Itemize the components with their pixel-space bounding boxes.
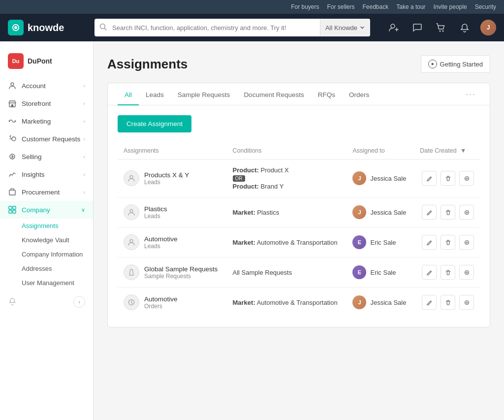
topbar-take-a-tour[interactable]: Take a tour [396, 3, 425, 10]
svg-point-3 [391, 24, 395, 28]
svg-point-25 [465, 210, 469, 214]
col-date-created[interactable]: Date Created ▼ [414, 142, 480, 160]
topbar-invite-people[interactable]: Invite people [434, 3, 467, 10]
cart-icon[interactable] [433, 20, 449, 35]
tab-sample-requests[interactable]: Sample Requests [171, 83, 237, 105]
notification-icon[interactable] [457, 20, 472, 35]
svg-point-35 [466, 272, 468, 273]
tab-orders[interactable]: Orders [342, 83, 376, 105]
sidebar-item-procurement[interactable]: Procurement › [0, 183, 93, 201]
svg-point-28 [465, 240, 469, 244]
assignee-name: Jessica Sale [370, 209, 406, 216]
company-name: DuPont [28, 57, 52, 65]
tab-leads[interactable]: Leads [139, 83, 171, 105]
selling-icon [8, 152, 17, 161]
assignee-avatar: J [352, 295, 366, 309]
chevron-icon: › [83, 189, 85, 195]
page-header: Assignments Getting Started [107, 55, 490, 73]
search-input[interactable] [112, 19, 320, 36]
topbar-for-buyers[interactable]: For buyers [291, 3, 319, 10]
svg-rect-16 [9, 206, 12, 209]
edit-button[interactable] [422, 265, 437, 280]
svg-point-8 [11, 83, 14, 86]
col-conditions: Conditions [227, 142, 347, 160]
sidebar-label-account: Account [22, 82, 46, 90]
layout: Du DuPont Account › Storefront › [0, 41, 504, 420]
assignment-type: Leads [144, 179, 189, 186]
view-button[interactable] [459, 171, 474, 186]
table-row: Global Sample Requests Sample Requests A… [118, 258, 480, 288]
sidebar-item-selling[interactable]: Selling › [0, 148, 93, 165]
svg-rect-15 [9, 190, 15, 195]
bell-icon[interactable] [8, 297, 17, 307]
view-button[interactable] [459, 295, 474, 310]
tabs-more-button[interactable]: ··· [462, 85, 480, 103]
chat-icon[interactable] [410, 20, 425, 35]
sidebar-item-storefront[interactable]: Storefront › [0, 95, 93, 112]
tab-all[interactable]: All [118, 83, 139, 105]
svg-point-7 [442, 31, 444, 32]
play-icon [428, 60, 437, 68]
assignee-avatar: J [352, 171, 366, 185]
sidebar-item-company[interactable]: Company ∨ [0, 201, 93, 219]
user-avatar[interactable]: J [480, 20, 496, 35]
sidebar-sub-item-company-information[interactable]: Company Information [22, 247, 93, 261]
svg-rect-18 [9, 210, 12, 213]
search-scope-dropdown[interactable]: All Knowde [320, 19, 370, 36]
assignment-cell: Plastics Leads [124, 204, 221, 220]
topbar-for-sellers[interactable]: For sellers [327, 3, 354, 10]
edit-button[interactable] [422, 235, 437, 250]
assignment-name: Global Sample Requests [144, 265, 218, 273]
assignment-icon [124, 170, 139, 186]
sidebar-item-account[interactable]: Account › [0, 77, 93, 95]
svg-point-6 [440, 31, 441, 32]
delete-button[interactable] [441, 205, 455, 220]
sidebar-sub-item-assignments[interactable]: Assignments [22, 219, 93, 233]
sidebar-sub-item-knowledge-vault[interactable]: Knowledge Vault [22, 233, 93, 247]
assignment-cell: Automotive Orders [124, 294, 221, 310]
sidebar-item-customer-requests[interactable]: Customer Requests › [0, 130, 93, 148]
getting-started-button[interactable]: Getting Started [421, 55, 490, 73]
sidebar-label-selling: Selling [22, 153, 42, 161]
view-button[interactable] [459, 205, 474, 220]
delete-button[interactable] [441, 235, 455, 250]
assignment-icon [124, 294, 139, 310]
delete-button[interactable] [441, 171, 455, 186]
sidebar-item-marketing[interactable]: Marketing › [0, 112, 93, 130]
assignee-cell: J Jessica Sale [352, 171, 408, 185]
storefront-icon [8, 99, 17, 108]
topbar-security[interactable]: Security [475, 3, 496, 10]
assignment-icon [124, 264, 139, 280]
search-bar: All Knowde [94, 19, 370, 36]
topbar-feedback[interactable]: Feedback [363, 3, 389, 10]
sidebar-sub-item-user-management[interactable]: User Management [22, 276, 93, 290]
add-person-icon[interactable] [386, 20, 402, 35]
svg-point-27 [130, 240, 133, 243]
account-icon [8, 81, 17, 90]
view-button[interactable] [459, 265, 474, 280]
create-assignment-button[interactable]: Create Assignment [118, 115, 191, 132]
assignment-type: Orders [144, 303, 178, 310]
assignee-cell: E Eric Sale [352, 265, 408, 279]
sidebar-sub-item-addresses[interactable]: Addresses [22, 261, 93, 276]
delete-button[interactable] [441, 295, 455, 310]
customer-requests-icon [8, 134, 17, 143]
view-button[interactable] [459, 235, 474, 250]
svg-line-2 [105, 28, 107, 30]
delete-button[interactable] [441, 265, 455, 280]
assignment-name: Automotive [144, 235, 178, 243]
assignment-cell: Global Sample Requests Sample Requests [124, 264, 221, 280]
chevron-icon: ∨ [81, 207, 85, 213]
edit-button[interactable] [422, 205, 437, 220]
collapse-sidebar-button[interactable]: ‹ [73, 296, 85, 308]
nav-actions: J [386, 20, 496, 35]
company-selector[interactable]: Du DuPont [0, 49, 93, 77]
tab-rfqs[interactable]: RFQs [311, 83, 342, 105]
sidebar-label-company: Company [22, 206, 50, 214]
sidebar-item-insights[interactable]: Insights › [0, 165, 93, 183]
table-row: Automotive Leads Market: Automotive & Tr… [118, 227, 480, 258]
edit-button[interactable] [422, 295, 437, 310]
assignment-type: Sample Requests [144, 273, 218, 280]
tab-document-requests[interactable]: Document Requests [237, 83, 311, 105]
edit-button[interactable] [422, 171, 437, 186]
